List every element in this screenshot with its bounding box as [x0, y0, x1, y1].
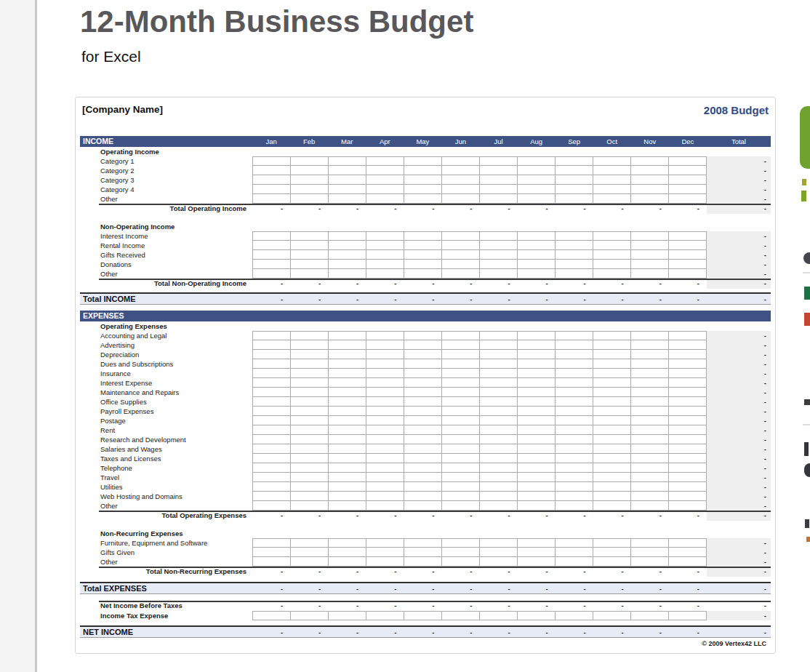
input-cell	[556, 369, 593, 378]
download-button-clipped[interactable]	[800, 106, 810, 169]
row-label: Travel	[80, 473, 252, 482]
input-cell	[252, 425, 291, 435]
dash-cell: -	[252, 204, 290, 214]
input-cell	[291, 482, 329, 492]
input-cell	[329, 501, 366, 511]
dash-cell: -	[290, 294, 328, 304]
empty-cell	[290, 321, 328, 331]
input-cell	[669, 378, 707, 388]
input-cell	[631, 241, 669, 250]
input-cell	[480, 548, 518, 557]
row-label: Insurance	[80, 369, 252, 378]
link-text-clipped-1[interactable]	[802, 179, 806, 185]
input-cell	[366, 492, 404, 501]
entry-row: Other-	[80, 557, 771, 567]
empty-cell	[404, 529, 441, 538]
group-title: Operating Income	[80, 147, 252, 156]
month-header	[479, 311, 517, 321]
input-cell	[366, 501, 404, 511]
input-cell	[593, 340, 631, 350]
input-cell	[518, 501, 556, 511]
dash-cell: -	[441, 627, 479, 637]
empty-cell	[366, 222, 404, 231]
total-cell: -	[707, 548, 771, 557]
entry-row: Rent-	[80, 425, 771, 435]
dash-cell: -	[328, 627, 366, 637]
total-cell: -	[707, 369, 771, 378]
dash-cell: -	[404, 279, 441, 289]
input-cell	[480, 378, 518, 388]
input-cell	[593, 482, 631, 492]
input-cell	[329, 359, 366, 369]
dash-cell: -	[593, 583, 631, 593]
entry-row: Advertising-	[80, 340, 771, 350]
empty-cell	[441, 147, 479, 156]
dash-cell: -	[404, 294, 441, 304]
empty-cell	[556, 321, 593, 331]
input-cell	[366, 397, 404, 407]
empty-cell	[366, 321, 404, 331]
total-row-label: Total Operating Expenses	[80, 511, 252, 521]
dash-cell: -	[328, 583, 366, 593]
input-cell	[404, 611, 442, 620]
input-cell	[252, 407, 291, 416]
dash-cell: -	[518, 511, 556, 521]
input-cell	[669, 501, 707, 511]
input-cell	[252, 194, 291, 204]
dash-cell: -	[479, 583, 517, 593]
text-clipped-1	[804, 399, 810, 405]
subtotal-row: Total Operating Expenses-------------	[80, 511, 771, 521]
input-cell	[480, 369, 518, 378]
row-label: Donations	[80, 260, 252, 269]
row-label: Postage	[80, 416, 252, 425]
input-cell	[329, 175, 366, 185]
input-cell	[252, 166, 291, 175]
input-cell	[404, 156, 442, 166]
empty-cell	[593, 222, 631, 231]
month-header: Dec	[669, 136, 707, 147]
row-label: Depreciation	[80, 350, 252, 359]
spacer-row	[80, 620, 771, 625]
empty-cell	[479, 147, 517, 156]
input-cell	[669, 194, 707, 204]
total-row-label: Total Non-Recurring Expenses	[80, 567, 252, 577]
input-cell	[631, 501, 669, 511]
month-header: Sep	[556, 136, 593, 147]
input-cell	[480, 269, 518, 279]
input-cell	[669, 185, 707, 194]
budget-year-label: 2008 Budget	[704, 104, 769, 116]
input-cell	[404, 350, 442, 359]
total-cell: -	[707, 359, 771, 369]
input-cell	[366, 350, 404, 359]
input-cell	[329, 416, 366, 425]
dash-cell: -	[441, 567, 479, 577]
input-cell	[329, 378, 366, 388]
input-cell	[480, 492, 518, 501]
dash-cell: -	[669, 583, 707, 593]
input-cell	[556, 378, 593, 388]
input-cell	[366, 250, 404, 260]
total-row-label: Total Non-Operating Income	[80, 279, 252, 289]
input-cell	[291, 397, 329, 407]
dash-cell: -	[518, 567, 556, 577]
input-cell	[631, 557, 669, 567]
dash-cell: -	[593, 601, 631, 611]
dash-cell: -	[441, 294, 479, 304]
input-cell	[518, 557, 556, 567]
link-text-clipped-2[interactable]	[801, 191, 806, 201]
row-label: Maintenance and Repairs	[80, 388, 252, 397]
input-cell	[518, 185, 556, 194]
input-cell	[593, 250, 631, 260]
input-cell	[252, 340, 291, 350]
total-cell: -	[707, 156, 771, 166]
logo-circle-clipped	[803, 252, 810, 264]
input-cell	[291, 340, 329, 350]
input-cell	[404, 359, 442, 369]
input-cell	[329, 425, 366, 435]
input-cell	[366, 269, 404, 279]
input-cell	[518, 425, 556, 435]
month-header	[556, 311, 593, 321]
dash-cell: -	[556, 601, 593, 611]
page-title: 12-Month Business Budget	[80, 4, 473, 39]
input-cell	[593, 538, 631, 548]
